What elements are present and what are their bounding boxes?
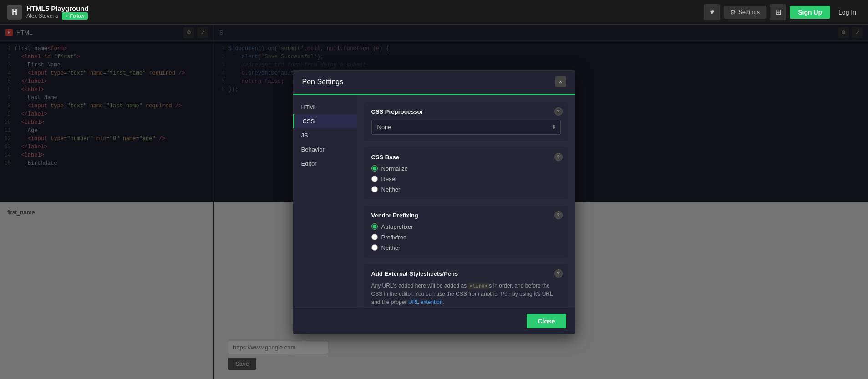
- external-stylesheets-section: Add External Stylesheets/Pens ? Any URL'…: [364, 264, 568, 308]
- topnav-right: ♥ ⚙ Settings ⊞ Sign Up Log In: [704, 4, 861, 20]
- css-base-normalize-option[interactable]: Normalize: [371, 165, 561, 172]
- css-base-reset-radio[interactable]: [371, 176, 378, 182]
- follow-button[interactable]: + Follow: [62, 12, 88, 20]
- modal-close-action-button[interactable]: Close: [527, 314, 566, 328]
- preprocessor-select-wrapper: None LESS SCSS Sass Stylus PostCSS ⬍: [371, 120, 561, 135]
- autoprefixer-option[interactable]: Autoprefixer: [371, 223, 561, 230]
- css-base-radio-group: Normalize Reset Neither: [371, 165, 561, 193]
- modal-overlay: Pen Settings × HTML CSS JS Behavior Edit…: [0, 25, 868, 379]
- preprocessor-help-icon[interactable]: ?: [554, 107, 563, 116]
- login-button[interactable]: Log In: [834, 6, 861, 19]
- css-base-neither-radio[interactable]: [371, 186, 378, 192]
- vendor-neither-option[interactable]: Neither: [371, 244, 561, 251]
- gear-icon: ⚙: [730, 9, 736, 16]
- autoprefixer-radio[interactable]: [371, 223, 378, 230]
- heart-icon: ♥: [710, 8, 714, 16]
- prefixfree-radio[interactable]: [371, 234, 378, 240]
- css-base-help-icon[interactable]: ?: [554, 153, 563, 161]
- preprocessor-select[interactable]: None LESS SCSS Sass Stylus PostCSS: [371, 120, 561, 135]
- css-base-normalize-radio[interactable]: [371, 165, 378, 172]
- modal-header: Pen Settings ×: [293, 70, 575, 95]
- grid-icon: ⊞: [775, 8, 781, 16]
- vendor-neither-label: Neither: [381, 244, 401, 251]
- vendor-neither-radio[interactable]: [371, 244, 378, 251]
- external-help-icon[interactable]: ?: [554, 269, 563, 278]
- nav-item-editor[interactable]: Editor: [293, 157, 357, 171]
- autoprefixer-label: Autoprefixer: [381, 223, 413, 230]
- user-area: Alex Stevens + Follow: [26, 12, 89, 20]
- url-extension-link[interactable]: URL extention: [408, 299, 443, 305]
- nav-item-html[interactable]: HTML: [293, 100, 357, 114]
- settings-button[interactable]: ⚙ Settings: [724, 6, 766, 19]
- external-description: Any URL's added here will be added as <l…: [371, 282, 561, 307]
- modal-title: Pen Settings: [302, 78, 344, 86]
- modal-footer: Close: [293, 308, 575, 334]
- modal-sidebar: HTML CSS JS Behavior Editor: [293, 95, 357, 308]
- modal-close-button[interactable]: ×: [555, 76, 566, 87]
- modal-content-area: CSS Preprocessor ? None LESS SCSS Sass S…: [357, 95, 575, 308]
- logo-text: HTML5 Playground Alex Stevens + Follow: [26, 5, 89, 20]
- external-title: Add External Stylesheets/Pens: [371, 270, 561, 277]
- heart-button[interactable]: ♥: [704, 4, 720, 20]
- css-base-title: CSS Base: [371, 154, 561, 161]
- css-base-reset-option[interactable]: Reset: [371, 176, 561, 182]
- vendor-title: Vendor Prefixing: [371, 212, 561, 219]
- modal-body: HTML CSS JS Behavior Editor CSS Preproce…: [293, 95, 575, 308]
- vendor-radio-group: Autoprefixer Prefixfree Neither: [371, 223, 561, 251]
- nav-item-behavior[interactable]: Behavior: [293, 142, 357, 157]
- prefixfree-label: Prefixfree: [381, 234, 407, 241]
- grid-button[interactable]: ⊞: [770, 4, 786, 20]
- preprocessor-section: CSS Preprocessor ? None LESS SCSS Sass S…: [364, 102, 568, 141]
- app-title: HTML5 Playground: [26, 5, 89, 12]
- preprocessor-title: CSS Preprocessor: [371, 108, 561, 115]
- settings-label: Settings: [738, 9, 760, 15]
- topnav: H HTML5 Playground Alex Stevens + Follow…: [0, 0, 868, 25]
- reset-label: Reset: [381, 176, 397, 182]
- nav-item-js[interactable]: JS: [293, 128, 357, 142]
- username: Alex Stevens: [26, 13, 58, 19]
- logo-area: H HTML5 Playground Alex Stevens + Follow: [7, 5, 89, 20]
- signup-button[interactable]: Sign Up: [790, 6, 830, 19]
- vendor-help-icon[interactable]: ?: [554, 211, 563, 219]
- pen-settings-modal: Pen Settings × HTML CSS JS Behavior Edit…: [293, 70, 575, 334]
- nav-item-css[interactable]: CSS: [293, 114, 357, 128]
- logo-icon: H: [7, 5, 22, 20]
- editor-area: H HTML ⚙ ⤢ 1first_name<form> 2 <label id…: [0, 25, 868, 379]
- neither-label: Neither: [381, 186, 401, 193]
- css-base-neither-option[interactable]: Neither: [371, 186, 561, 193]
- prefixfree-option[interactable]: Prefixfree: [371, 234, 561, 241]
- css-base-section: CSS Base ? Normalize Reset: [364, 147, 568, 199]
- normalize-label: Normalize: [381, 165, 408, 172]
- vendor-prefixing-section: Vendor Prefixing ? Autoprefixer Prefixfr…: [364, 206, 568, 258]
